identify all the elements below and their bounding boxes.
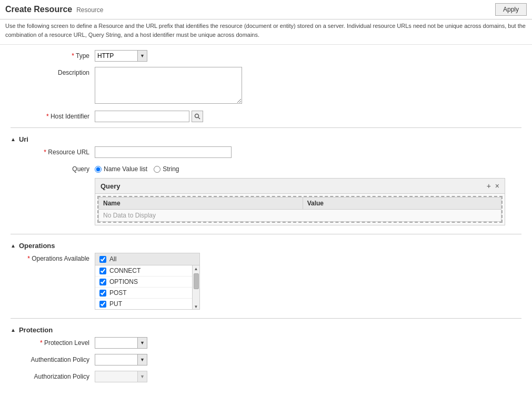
operations-collapse-icon: ▲ — [11, 243, 16, 249]
operations-section: ▲ Operations * Operations Available All — [11, 234, 521, 310]
operations-all-label: All — [109, 255, 116, 263]
protection-level-arrow[interactable]: ▼ — [137, 338, 147, 348]
page-title: Create Resource — [5, 5, 72, 14]
apply-button[interactable]: Apply — [495, 3, 527, 16]
authz-policy-label: Authorization Policy — [11, 371, 95, 380]
authz-policy-select[interactable] — [95, 371, 137, 382]
query-table: Name Value No Data to Display — [98, 197, 501, 222]
query-col-name: Name — [99, 197, 303, 210]
query-label: Query — [11, 163, 95, 173]
ops-label-post: POST — [109, 289, 127, 297]
protection-level-label: * Protection Level — [11, 337, 95, 347]
resource-url-input[interactable] — [95, 146, 232, 158]
operations-all-row: All — [95, 253, 199, 265]
authz-policy-select-wrap[interactable]: ▼ — [95, 371, 147, 382]
host-identifier-label: * Host Identifier — [11, 111, 95, 120]
query-box-actions: + × — [487, 182, 499, 190]
query-box-title: Query — [101, 182, 121, 190]
svg-point-0 — [195, 114, 199, 118]
operations-section-title: Operations — [19, 242, 55, 250]
description-label: Description — [11, 67, 95, 76]
query-table-inner: Name Value No Data to Display — [97, 196, 503, 223]
ops-scroll-thumb[interactable] — [194, 273, 199, 289]
ops-scroll-up[interactable]: ▲ — [194, 266, 198, 271]
query-table-header-row: Name Value — [99, 197, 501, 210]
ops-item-connect: CONNECT — [95, 265, 192, 276]
authz-policy-row: Authorization Policy ▼ — [11, 371, 521, 382]
query-box-header: Query + × — [95, 179, 505, 194]
search-icon — [194, 113, 200, 120]
auth-policy-select[interactable] — [95, 354, 137, 365]
query-radio-nv[interactable]: Name Value list — [95, 165, 147, 173]
authz-policy-control: ▼ — [95, 371, 521, 382]
protection-section-header[interactable]: ▲ Protection — [11, 323, 521, 337]
type-select-wrap[interactable]: HTTP HTTPS FTP ▼ — [95, 50, 147, 62]
operations-section-header[interactable]: ▲ Operations — [11, 239, 521, 253]
operations-divider — [11, 234, 521, 234]
type-control: HTTP HTTPS FTP ▼ — [95, 50, 521, 62]
query-row: Query Name Value list String — [11, 163, 521, 173]
protection-section-title: Protection — [19, 326, 53, 334]
uri-section: ▲ Uri * Resource URL Query Name Value li… — [11, 127, 521, 225]
query-radio-string-input[interactable] — [154, 166, 160, 173]
query-add-button[interactable]: + — [487, 182, 491, 190]
host-identifier-row: * Host Identifier — [11, 111, 521, 122]
resource-url-row: * Resource URL — [11, 146, 521, 158]
auth-policy-label: Authentication Policy — [11, 354, 95, 363]
uri-section-title: Uri — [19, 135, 28, 143]
svg-line-1 — [198, 117, 200, 119]
query-radio-nv-input[interactable] — [95, 166, 102, 173]
ops-checkbox-post[interactable] — [99, 290, 106, 297]
query-close-button[interactable]: × — [495, 182, 499, 190]
uri-section-header[interactable]: ▲ Uri — [11, 132, 521, 146]
operations-box: All CONNECT OPTIONS — [95, 253, 200, 310]
protection-divider — [11, 318, 521, 319]
auth-policy-row: Authentication Policy ▼ — [11, 354, 521, 366]
ops-scrollbar[interactable]: ▲ ▼ — [192, 265, 199, 309]
resource-url-control — [95, 146, 521, 158]
operations-box-outer: All CONNECT OPTIONS — [95, 253, 521, 310]
operations-all-checkbox[interactable] — [99, 256, 106, 263]
ops-item-put: PUT — [95, 299, 192, 309]
host-identifier-input[interactable] — [95, 111, 189, 122]
type-select-arrow[interactable]: ▼ — [137, 51, 147, 61]
query-radio-string[interactable]: String — [154, 165, 179, 173]
query-control: Name Value list String — [95, 163, 521, 173]
protection-level-control: ▼ — [95, 337, 521, 349]
protection-level-select[interactable] — [95, 338, 137, 348]
type-label: * Type — [11, 50, 95, 60]
description-row: Description — [11, 67, 521, 105]
ops-label-put: PUT — [109, 300, 122, 308]
uri-divider — [11, 127, 521, 128]
ops-item-post: POST — [95, 288, 192, 299]
description-textarea[interactable] — [95, 67, 242, 104]
operations-items-wrap: CONNECT OPTIONS POST — [95, 265, 192, 309]
ops-checkbox-connect[interactable] — [99, 268, 106, 274]
authz-policy-arrow[interactable]: ▼ — [137, 371, 147, 382]
ops-item-options: OPTIONS — [95, 276, 192, 288]
query-col-value: Value — [303, 197, 501, 210]
host-identifier-control — [95, 111, 521, 122]
protection-level-select-wrap[interactable]: ▼ — [95, 337, 147, 349]
host-search-button[interactable] — [192, 111, 203, 122]
type-select[interactable]: HTTP HTTPS FTP — [95, 51, 137, 61]
ops-scroll-down[interactable]: ▼ — [194, 304, 198, 309]
ops-label-options: OPTIONS — [109, 278, 138, 285]
query-no-data-cell: No Data to Display — [99, 210, 501, 222]
uri-collapse-icon: ▲ — [11, 136, 16, 142]
type-row: * Type HTTP HTTPS FTP ▼ — [11, 50, 521, 62]
operations-available-row: * Operations Available All — [11, 253, 521, 310]
operations-available-control: All CONNECT OPTIONS — [95, 253, 521, 310]
ops-checkbox-put[interactable] — [99, 301, 106, 308]
protection-collapse-icon: ▲ — [11, 327, 16, 333]
ops-checkbox-options[interactable] — [99, 279, 106, 285]
resource-url-label: * Resource URL — [11, 146, 95, 156]
auth-policy-arrow[interactable]: ▼ — [137, 354, 147, 365]
query-radio-group: Name Value list String — [95, 163, 521, 173]
auth-policy-select-wrap[interactable]: ▼ — [95, 354, 147, 366]
operations-available-label: * Operations Available — [11, 253, 95, 262]
page-subtitle: Resource — [76, 6, 103, 14]
operations-scrollbar-wrap: CONNECT OPTIONS POST — [95, 265, 199, 309]
query-no-data-row: No Data to Display — [99, 210, 501, 222]
auth-policy-control: ▼ — [95, 354, 521, 366]
